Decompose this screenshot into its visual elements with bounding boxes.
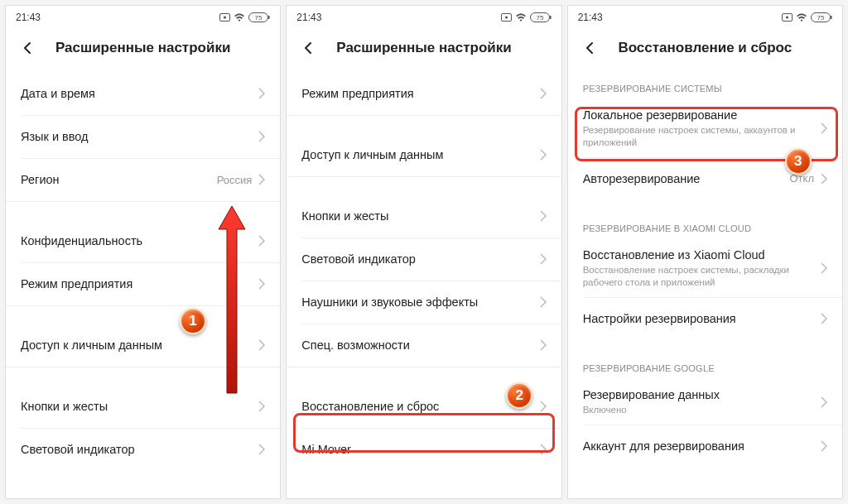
- row-label: Конфиденциальность: [21, 234, 258, 247]
- status-bar: 21:43 75: [287, 6, 561, 29]
- row-backup-reset[interactable]: Восстановление и сброс: [287, 385, 561, 428]
- svg-text:75: 75: [817, 14, 825, 22]
- row-value: Откл: [789, 172, 814, 185]
- back-button[interactable]: [298, 37, 320, 59]
- row-label: Язык и ввод: [21, 130, 258, 143]
- row-privacy[interactable]: Конфиденциальность: [6, 219, 280, 262]
- status-bar: 21:43 75: [6, 6, 280, 29]
- page-title: Восстановление и сброс: [601, 40, 809, 56]
- settings-list: Дата и время Язык и ввод Регион Россия К…: [6, 72, 280, 498]
- svg-text:75: 75: [255, 14, 263, 22]
- row-label: Доступ к личным данным: [301, 148, 539, 161]
- row-label: Режим предприятия: [301, 87, 539, 100]
- svg-rect-4: [268, 16, 270, 19]
- row-sub: Резервирование настроек системы, аккаунт…: [583, 124, 821, 149]
- row-label: Световой индикатор: [301, 252, 539, 266]
- row-label: Кнопки и жесты: [301, 209, 539, 223]
- row-sub: Включено: [583, 404, 821, 416]
- status-icons: 75: [782, 12, 832, 22]
- chevron-right-icon: [540, 444, 547, 455]
- row-led[interactable]: Световой индикатор: [287, 238, 561, 281]
- chevron-right-icon: [540, 210, 547, 222]
- chevron-right-icon: [258, 401, 265, 412]
- back-button[interactable]: [580, 37, 601, 59]
- chevron-right-icon: [258, 88, 265, 99]
- row-buttons-gestures[interactable]: Кнопки и жесты: [6, 385, 280, 428]
- status-time: 21:43: [296, 12, 321, 23]
- row-label: Дата и время: [21, 87, 258, 100]
- row-label: Спец. возможности: [301, 338, 539, 352]
- row-label: Аккаунт для резервирования: [583, 439, 821, 453]
- row-date-time[interactable]: Дата и время: [6, 72, 280, 115]
- back-icon: [583, 41, 598, 55]
- row-label: Mi Mover: [301, 443, 539, 456]
- section-xiaomi-cloud: РЕЗЕРВИРОВАНИЕ В XIAOMI CLOUD: [568, 200, 842, 240]
- row-label: Световой индикатор: [21, 443, 258, 456]
- svg-rect-14: [831, 16, 832, 19]
- back-icon: [21, 41, 36, 55]
- row-label: Авторезервирование: [583, 172, 790, 185]
- row-led[interactable]: Световой индикатор: [6, 428, 280, 471]
- row-label: Наушники и звуковые эффекты: [301, 295, 539, 309]
- chevron-right-icon: [821, 122, 827, 134]
- row-google-account[interactable]: Аккаунт для резервирования: [568, 425, 842, 468]
- row-backup-settings[interactable]: Настройки резервирования: [568, 297, 842, 340]
- screen-1: 21:43 75 Расширенные настройки Дата и вр…: [5, 5, 281, 499]
- row-label: Режим предприятия: [21, 277, 258, 290]
- chevron-right-icon: [540, 339, 547, 351]
- row-enterprise[interactable]: Режим предприятия: [6, 262, 280, 305]
- chevron-right-icon: [258, 278, 265, 290]
- header: Расширенные настройки: [287, 29, 561, 72]
- section-google: РЕЗЕРВИРОВАНИЕ GOOGLE: [568, 340, 842, 380]
- row-google-backup[interactable]: Резервирование данных Включено: [568, 380, 842, 425]
- status-icons: 75: [501, 12, 552, 22]
- status-bar: 21:43 75: [568, 6, 842, 29]
- settings-list: Режим предприятия Доступ к личным данным…: [287, 72, 561, 498]
- back-button[interactable]: [17, 37, 39, 59]
- status-time: 21:43: [16, 12, 41, 23]
- chevron-right-icon: [821, 440, 827, 452]
- row-label: Доступ к личным данным: [21, 338, 258, 352]
- row-headphones[interactable]: Наушники и звуковые эффекты: [287, 281, 561, 324]
- chevron-right-icon: [258, 235, 265, 247]
- row-personal-data[interactable]: Доступ к личным данным: [6, 324, 280, 367]
- row-region[interactable]: Регион Россия: [6, 158, 280, 201]
- screen-3: 21:43 75 Восстановление и сброс РЕЗЕРВИР…: [567, 5, 843, 499]
- row-mi-mover[interactable]: Mi Mover: [287, 428, 561, 471]
- row-language[interactable]: Язык и ввод: [6, 115, 280, 158]
- row-sub: Восстановление настроек системы, расклад…: [583, 264, 821, 289]
- header: Восстановление и сброс: [568, 29, 842, 72]
- row-accessibility[interactable]: Спец. возможности: [287, 324, 561, 367]
- row-enterprise[interactable]: Режим предприятия: [287, 72, 561, 115]
- row-cloud-restore[interactable]: Восстановление из Xiaomi Cloud Восстанов…: [568, 240, 842, 297]
- row-value: Россия: [217, 174, 253, 186]
- row-label: Резервирование данных: [583, 388, 821, 401]
- chevron-right-icon: [258, 131, 265, 142]
- row-label: Восстановление и сброс: [301, 400, 539, 413]
- svg-point-1: [224, 16, 226, 18]
- chevron-right-icon: [540, 88, 547, 99]
- row-label: Кнопки и жесты: [21, 400, 258, 413]
- section-system-backup: РЕЗЕРВИРОВАНИЕ СИСТЕМЫ: [568, 72, 842, 100]
- chevron-right-icon: [540, 253, 547, 265]
- page-title: Расширенные настройки: [320, 40, 528, 56]
- chevron-right-icon: [258, 339, 265, 351]
- row-buttons-gestures[interactable]: Кнопки и жесты: [287, 194, 561, 238]
- back-icon: [301, 41, 316, 55]
- header: Расширенные настройки: [6, 29, 280, 72]
- row-auto-backup[interactable]: Авторезервирование Откл: [568, 157, 842, 200]
- svg-rect-9: [550, 16, 552, 19]
- row-label: Регион: [21, 173, 217, 186]
- row-label: Локальное резервирование: [583, 108, 821, 122]
- chevron-right-icon: [821, 313, 827, 324]
- svg-point-11: [786, 16, 788, 18]
- chevron-right-icon: [258, 444, 265, 455]
- svg-text:75: 75: [536, 14, 543, 22]
- chevron-right-icon: [821, 396, 827, 408]
- row-personal-data[interactable]: Доступ к личным данным: [287, 133, 561, 176]
- status-icons: 75: [219, 12, 270, 22]
- chevron-right-icon: [540, 149, 547, 161]
- chevron-right-icon: [540, 296, 547, 308]
- row-local-backup[interactable]: Локальное резервирование Резервирование …: [568, 100, 842, 157]
- settings-list: РЕЗЕРВИРОВАНИЕ СИСТЕМЫ Локальное резерви…: [568, 72, 842, 498]
